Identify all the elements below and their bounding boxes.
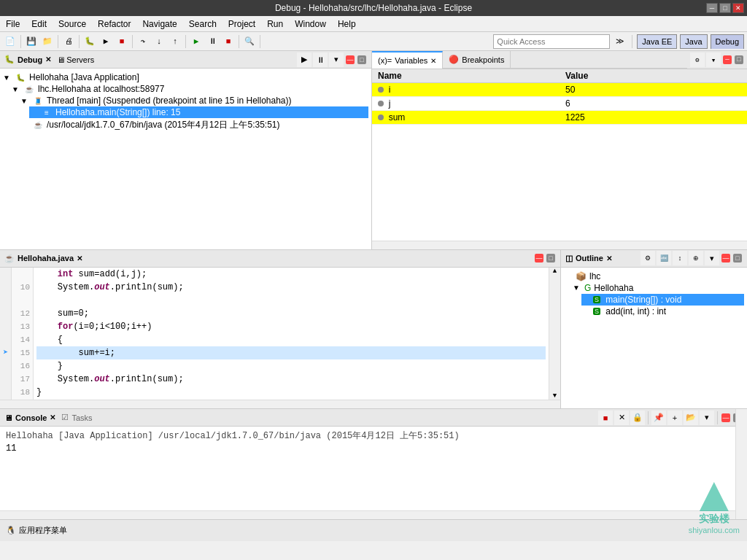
var-row-i[interactable]: i 50 <box>372 83 747 97</box>
java-perspective[interactable]: Java <box>680 34 707 49</box>
save-all-button[interactable]: 📁 <box>40 34 55 49</box>
menu-file[interactable]: File <box>3 18 23 31</box>
console-tab[interactable]: 🖥 Console ✕ <box>4 413 55 422</box>
console-hscroll[interactable] <box>0 510 747 519</box>
close-editor-icon[interactable]: ✕ <box>77 254 82 262</box>
menu-run[interactable]: Run <box>264 18 286 31</box>
editor-vscroll[interactable]: ▲ ▼ <box>549 268 560 400</box>
menu-help[interactable]: Help <box>335 18 359 31</box>
close-button[interactable]: ✕ <box>732 3 744 13</box>
minimize-button[interactable]: ─ <box>706 3 718 13</box>
debug-resume[interactable]: ▶ <box>297 52 311 67</box>
menu-edit[interactable]: Edit <box>28 18 50 31</box>
tasks-tab[interactable]: ☑ Tasks <box>61 413 92 422</box>
debug-button[interactable]: 🐛 <box>82 34 97 49</box>
class-icon: G <box>584 283 591 293</box>
tree-item-thread[interactable]: ▼ 🧵 Thread [main] (Suspended (breakpoint… <box>20 95 368 106</box>
resume-button[interactable]: ▶ <box>189 34 204 49</box>
tree-item-java[interactable]: ☕ /usr/local/jdk1.7.0_67/bin/java (2015年… <box>20 118 368 132</box>
console-info-line: Hellohaha [Java Application] /usr/local/… <box>6 429 741 442</box>
menu-project[interactable]: Project <box>225 18 258 31</box>
terminate-button[interactable]: ■ <box>221 34 236 49</box>
menu-window[interactable]: Window <box>292 18 329 31</box>
tree-item-jvm[interactable]: ▼ ☕ lhc.Hellohaha at localhost:58977 <box>12 83 368 95</box>
console-clear[interactable]: ✕ <box>614 411 629 425</box>
vars-view-menu[interactable]: ▾ <box>706 52 721 67</box>
outline-tb3[interactable]: ↕ <box>673 251 687 265</box>
editor-minimize[interactable]: — <box>535 254 543 262</box>
open-type-button[interactable]: 🔍 <box>242 34 257 49</box>
outline-tb2[interactable]: 🔤 <box>657 251 671 265</box>
console-new[interactable]: + <box>667 411 682 425</box>
outline-view-menu[interactable]: ▾ <box>705 251 719 265</box>
scroll-up[interactable]: ▲ <box>553 268 557 275</box>
console-content[interactable]: Hellohaha [Java Application] /usr/local/… <box>0 427 747 510</box>
var-row-sum[interactable]: sum 1225 <box>372 111 747 125</box>
console-pin[interactable]: 📌 <box>651 411 666 425</box>
console-scroll-lock[interactable]: 🔒 <box>630 411 645 425</box>
console-minimize[interactable]: — <box>721 413 730 422</box>
debug-suspend[interactable]: ⏸ <box>313 52 328 67</box>
breakpoints-tab[interactable]: 🔴 Breakpoints <box>443 51 511 69</box>
vars-maximize[interactable]: □ <box>735 55 743 64</box>
save-button[interactable]: 💾 <box>24 34 39 49</box>
vars-hscroll[interactable] <box>372 241 747 249</box>
toolbar-options[interactable]: ≫ <box>613 34 627 49</box>
maximize-button[interactable]: □ <box>719 3 731 13</box>
vars-toolbar-1[interactable]: ⚙ <box>690 52 705 67</box>
thread-icon: 🧵 <box>32 96 44 106</box>
suspend-button[interactable]: ⏸ <box>205 34 220 49</box>
debug-view-menu[interactable]: ▾ <box>329 52 344 67</box>
outline-minimize[interactable]: — <box>721 254 730 262</box>
debug-tree-content: ▼ 🐛 Hellohaha [Java Application] ▼ ☕ lhc… <box>0 69 371 249</box>
var-row-j[interactable]: j 6 <box>372 97 747 111</box>
close-console-icon[interactable]: ✕ <box>50 413 55 421</box>
menu-source[interactable]: Source <box>55 18 89 31</box>
menu-bar: File Edit Source Refactor Navigate Searc… <box>0 16 747 32</box>
outline-main-method[interactable]: S main(String[]) : void <box>581 294 744 306</box>
tree-item-frame[interactable]: ≡ Hellohaha.main(String[]) line: 15 <box>29 106 368 118</box>
outline-class[interactable]: ▼ G Hellohaha <box>573 282 744 294</box>
scroll-down[interactable]: ▼ <box>553 392 557 400</box>
step-return[interactable]: ↑ <box>168 34 182 49</box>
debug-perspective[interactable]: Debug <box>711 34 744 49</box>
menu-navigate[interactable]: Navigate <box>139 18 179 31</box>
vars-minimize[interactable]: — <box>723 55 732 64</box>
menu-search[interactable]: Search <box>186 18 220 31</box>
java-ee-perspective[interactable]: Java EE <box>637 34 677 49</box>
outline-maximize[interactable]: □ <box>733 254 742 262</box>
sep-3 <box>79 35 80 48</box>
code-line-16: } <box>36 359 546 373</box>
console-toolbar: ■ ✕ 🔒 📌 + 📂 ▾ — □ <box>598 411 743 425</box>
watermark-logo <box>700 482 729 511</box>
close-debug-icon[interactable]: ✕ <box>45 55 51 63</box>
code-line-18: } <box>36 386 546 399</box>
close-vars-icon[interactable]: ✕ <box>430 57 436 65</box>
new-button[interactable]: 📄 <box>3 34 18 49</box>
step-into[interactable]: ↓ <box>152 34 166 49</box>
editor-maximize[interactable]: □ <box>546 254 555 262</box>
stop-button[interactable]: ■ <box>115 34 129 49</box>
step-over[interactable]: ↷ <box>136 34 150 49</box>
servers-tab[interactable]: 🖥 Servers <box>57 55 94 64</box>
outline-tb4[interactable]: ⊕ <box>689 251 703 265</box>
app-menu-icon: 🐧 <box>6 526 16 535</box>
outline-pkg[interactable]: 📦 lhc <box>564 271 744 282</box>
outline-add-method[interactable]: S add(int, int) : int <box>581 306 744 317</box>
tree-item-app[interactable]: ▼ 🐛 Hellohaha [Java Application] <box>3 71 368 83</box>
code-content[interactable]: int sum=add(i,j); System.out.println(sum… <box>34 268 549 400</box>
console-stop[interactable]: ■ <box>598 411 613 425</box>
console-menu[interactable]: ▾ <box>700 411 714 425</box>
quick-access-input[interactable] <box>493 34 610 49</box>
outline-tb1[interactable]: ⚙ <box>640 251 655 265</box>
gutter-line-13 <box>0 320 11 333</box>
menu-refactor[interactable]: Refactor <box>95 18 133 31</box>
debug-minimize[interactable]: — <box>346 55 355 64</box>
print-button[interactable]: 🖨 <box>61 34 76 49</box>
close-outline-icon[interactable]: ✕ <box>606 254 612 262</box>
console-open[interactable]: 📂 <box>684 411 698 425</box>
variables-tab[interactable]: (x)= Variables ✕ <box>372 51 443 69</box>
run-button[interactable]: ▶ <box>98 34 113 49</box>
debug-maximize[interactable]: □ <box>357 55 366 64</box>
editor-hscroll[interactable] <box>0 400 560 408</box>
